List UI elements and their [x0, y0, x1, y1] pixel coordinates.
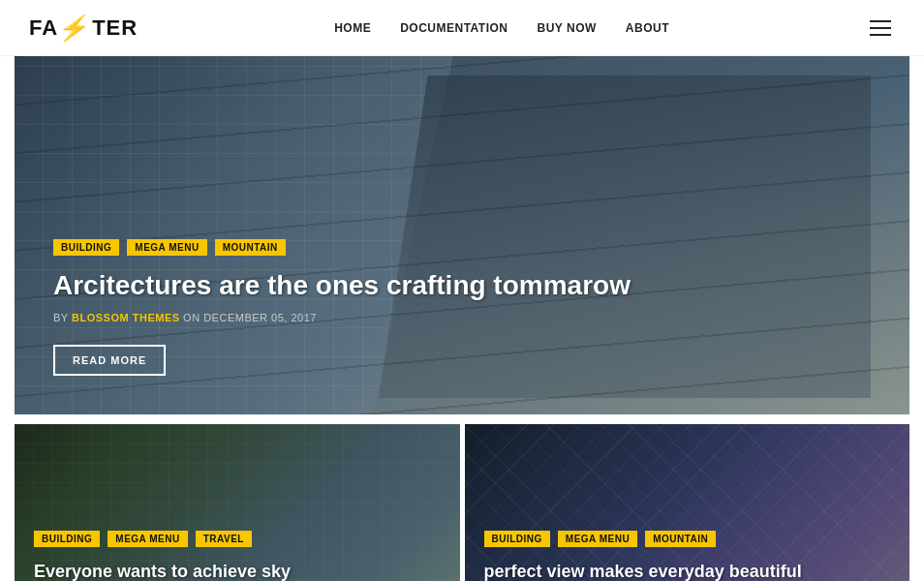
- hero-section: BUILDING MEGA MENU MOUNTAIN Arcitectures…: [15, 56, 909, 414]
- card-1-tag-2: MOUNTAIN: [645, 531, 716, 547]
- nav-buy-now[interactable]: BUY NOW: [538, 21, 597, 35]
- card-1-tag-0: BUILDING: [484, 531, 550, 547]
- read-more-button[interactable]: READ MORE: [53, 345, 166, 376]
- logo-text-2: TER: [92, 15, 138, 41]
- hero-tag-1: MEGA MENU: [127, 239, 206, 256]
- card-0-title: Everyone wants to achieve sky: [34, 561, 441, 582]
- card-1-title: perfect view makes everyday beautiful: [484, 561, 891, 582]
- cards-row: BUILDING MEGA MENU TRAVEL Everyone wants…: [15, 424, 909, 581]
- site-header: FA ⚡ TER HOME DOCUMENTATION BUY NOW ABOU…: [0, 0, 924, 56]
- card-0-tag-2: TRAVEL: [196, 531, 252, 547]
- hamburger-line-2: [870, 27, 891, 29]
- card-1-tag-1: MEGA MENU: [558, 531, 637, 547]
- logo-text-1: FA: [29, 15, 58, 41]
- hero-tags: BUILDING MEGA MENU MOUNTAIN: [53, 239, 871, 256]
- card-0-tag-1: MEGA MENU: [108, 531, 187, 547]
- logo-bolt-icon: ⚡: [57, 15, 94, 41]
- hamburger-line-3: [870, 34, 891, 36]
- card-0-content: BUILDING MEGA MENU TRAVEL Everyone wants…: [15, 513, 460, 582]
- nav-about[interactable]: ABOUT: [626, 21, 669, 35]
- card-0-tags: BUILDING MEGA MENU TRAVEL: [34, 531, 441, 547]
- hero-meta: BY BLOSSOM THEMES ON DECEMBER 05, 2017: [53, 312, 871, 323]
- card-1-tags: BUILDING MEGA MENU MOUNTAIN: [484, 531, 891, 547]
- nav-home[interactable]: HOME: [334, 21, 371, 35]
- hamburger-line-1: [870, 20, 891, 22]
- card-1-content: BUILDING MEGA MENU MOUNTAIN perfect view…: [465, 513, 910, 582]
- hero-author: BLOSSOM THEMES: [72, 312, 183, 323]
- hero-title: Arcitectures are the ones crafting tomma…: [53, 269, 871, 302]
- main-nav: HOME DOCUMENTATION BUY NOW ABOUT: [334, 21, 669, 35]
- site-logo[interactable]: FA ⚡ TER: [29, 15, 138, 41]
- hero-tag-0: BUILDING: [53, 239, 119, 256]
- card-0[interactable]: BUILDING MEGA MENU TRAVEL Everyone wants…: [15, 424, 460, 581]
- card-1[interactable]: BUILDING MEGA MENU MOUNTAIN perfect view…: [465, 424, 910, 581]
- nav-documentation[interactable]: DOCUMENTATION: [400, 21, 508, 35]
- card-0-tag-0: BUILDING: [34, 531, 100, 547]
- hamburger-menu[interactable]: [866, 16, 895, 40]
- hero-meta-prefix: BY: [53, 312, 68, 323]
- hero-content: BUILDING MEGA MENU MOUNTAIN Arcitectures…: [53, 239, 871, 376]
- hero-meta-suffix: ON DECEMBER 05, 2017: [183, 312, 317, 323]
- hero-tag-2: MOUNTAIN: [215, 239, 286, 256]
